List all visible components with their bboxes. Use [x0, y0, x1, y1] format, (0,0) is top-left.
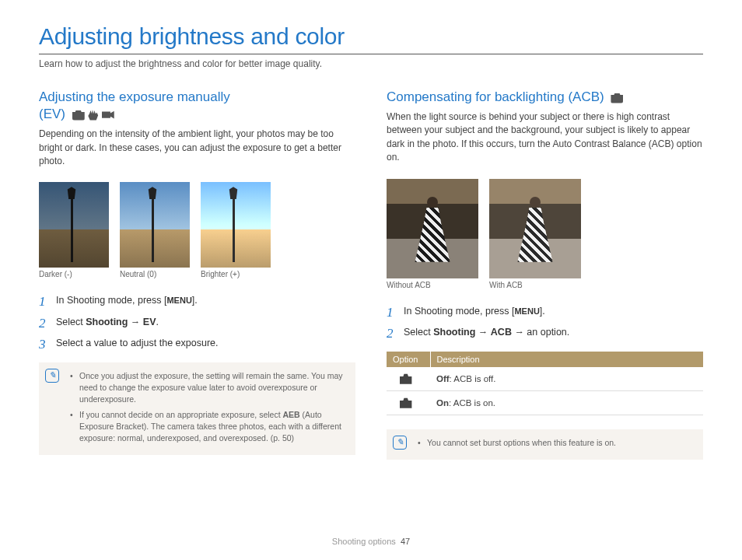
page-footer: Shooting options 47 [0, 537, 742, 546]
footer-page-number: 47 [401, 537, 410, 546]
arrow-icon: → [128, 317, 142, 327]
opt-off-desc: Off: ACB is off. [430, 367, 703, 391]
table-row: Off: ACB is off. [387, 367, 703, 391]
ev-step-2: Select Shooting → EV. [39, 316, 355, 330]
th-option: Option [387, 352, 430, 367]
acb-heading: Compensating for backlighting (ACB) [387, 89, 703, 106]
video-icon [102, 110, 114, 121]
acb-step1-a: In Shooting mode, press [ [404, 306, 514, 317]
ev-step-3: Select a value to adjust the exposure. [39, 337, 355, 351]
photo-darker-image [39, 182, 109, 268]
ev-step2-a: Select [56, 317, 86, 327]
page-title: Adjusting brightness and color [39, 23, 703, 54]
acb-step2-b: Shooting [433, 327, 475, 338]
menu-label: MENU [166, 296, 191, 305]
ev-heading: Adjusting the exposure manually (EV) [39, 89, 355, 123]
caption-neutral: Neutral (0) [120, 270, 190, 278]
content-columns: Adjusting the exposure manually (EV) Dep… [39, 89, 703, 460]
acb-note-1: You cannot set burst options when this f… [418, 437, 694, 449]
note-icon: ✎ [393, 436, 407, 450]
caption-darker: Darker (-) [39, 270, 109, 278]
ev-heading-line2: (EV) [39, 107, 65, 121]
photo-brighter-image [201, 182, 271, 268]
ev-photo-darker: Darker (-) [39, 182, 109, 278]
note-icon: ✎ [45, 369, 59, 383]
ev-note2-a: If you cannot decide on an appropriate e… [79, 410, 283, 419]
acb-options-table: Option Description Off: ACB is off. On: … [387, 352, 703, 415]
acb-step1-c: ]. [540, 306, 545, 317]
ev-step1-c: ]. [192, 295, 198, 306]
acb-heading-text: Compensating for backlighting (ACB) [387, 89, 604, 104]
ev-body: Depending on the intensity of the ambien… [39, 128, 355, 168]
left-column: Adjusting the exposure manually (EV) Dep… [39, 89, 355, 460]
opt-off-icon-cell [387, 367, 430, 391]
acb-photo-with: With ACB [489, 179, 581, 289]
ev-photo-row: Darker (-) Neutral (0) Brighter (+) [39, 182, 355, 278]
opt-on-desc: On: ACB is on. [430, 390, 703, 415]
arrow-icon: → [475, 327, 490, 338]
table-header-row: Option Description [387, 352, 703, 367]
acb-step2-a: Select [404, 327, 433, 338]
opt-on-icon-cell [387, 390, 430, 415]
ev-photo-neutral: Neutral (0) [120, 182, 190, 278]
acb-step2-d: ACB [491, 327, 512, 338]
off-bold: Off [436, 374, 450, 383]
ev-note-box: ✎ Once you adjust the exposure, the sett… [39, 362, 355, 455]
acb-off-icon [400, 372, 417, 384]
ev-note2-b: AEB [283, 410, 300, 419]
table-row: On: ACB is on. [387, 390, 703, 415]
acb-step-2: Select Shooting → ACB → an option. [387, 326, 703, 340]
acb-on-icon [400, 396, 417, 408]
acb-photo-without: Without ACB [387, 179, 478, 289]
ev-note-1: Once you adjust the exposure, the settin… [70, 370, 346, 406]
acb-mode-icons [611, 93, 623, 103]
caption-brighter: Brighter (+) [201, 270, 271, 278]
ev-step2-e: . [156, 317, 159, 327]
ev-heading-line1: Adjusting the exposure manually [39, 89, 230, 104]
page-intro: Learn how to adjust the brightness and c… [39, 58, 703, 69]
right-column: Compensating for backlighting (ACB) When… [387, 89, 703, 460]
acb-note-box: ✎ You cannot set burst options when this… [387, 429, 703, 460]
ev-photo-brighter: Brighter (+) [201, 182, 271, 278]
ev-step2-b: Shooting [86, 317, 128, 327]
ev-step-1: In Shooting mode, press [MENU]. [39, 294, 355, 308]
ev-mode-icons [72, 110, 114, 121]
ev-step2-d: EV [143, 317, 156, 327]
caption-without-acb: Without ACB [387, 281, 478, 289]
photo-without-acb-image [387, 179, 478, 278]
photo-with-acb-image [489, 179, 581, 278]
acb-step-1: In Shooting mode, press [MENU]. [387, 305, 703, 319]
menu-label: MENU [514, 306, 539, 316]
hand-icon [87, 110, 100, 121]
acb-step2-e: → an option. [512, 327, 569, 338]
ev-step1-a: In Shooting mode, press [ [56, 295, 166, 306]
on-bold: On [436, 398, 449, 408]
acb-photo-row: Without ACB With ACB [387, 179, 703, 289]
caption-with-acb: With ACB [489, 281, 581, 289]
ev-steps: In Shooting mode, press [MENU]. Select S… [39, 294, 355, 351]
acb-steps: In Shooting mode, press [MENU]. Select S… [387, 305, 703, 340]
photo-neutral-image [120, 182, 190, 268]
camera-p-icon [611, 93, 623, 103]
ev-note-2: If you cannot decide on an appropriate e… [70, 409, 346, 445]
acb-body: When the light source is behind your sub… [387, 110, 703, 165]
th-description: Description [430, 352, 703, 367]
off-rest: : ACB is off. [450, 374, 496, 383]
on-rest: : ACB is on. [449, 398, 495, 408]
camera-p-icon [72, 110, 85, 121]
footer-section: Shooting options [332, 537, 396, 546]
